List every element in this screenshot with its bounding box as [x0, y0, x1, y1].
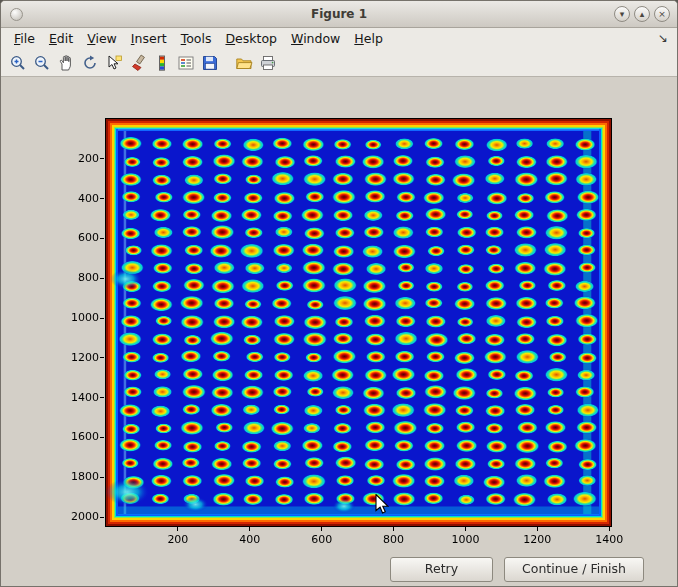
y-tick-label: 400 — [55, 192, 99, 205]
y-tick-label: 1200 — [55, 351, 99, 364]
y-tick-mark — [100, 278, 104, 279]
x-tick-mark — [321, 527, 322, 531]
y-tick-label: 600 — [55, 231, 99, 244]
y-tick-mark — [100, 357, 104, 358]
menu-item-tools[interactable]: Tools — [174, 29, 219, 48]
plate-image[interactable] — [106, 119, 611, 526]
save-icon — [201, 54, 219, 72]
window-title: Figure 1 — [1, 7, 677, 21]
data-cursor-button[interactable] — [102, 51, 125, 74]
insert-colorbar-button[interactable] — [150, 51, 173, 74]
x-tick-label: 1000 — [443, 533, 487, 546]
x-tick-label: 800 — [372, 533, 416, 546]
x-tick-mark — [537, 527, 538, 531]
printer-icon — [259, 54, 277, 72]
menu-item-insert[interactable]: Insert — [124, 29, 174, 48]
axes — [105, 118, 612, 527]
y-tick-label: 2000 — [55, 510, 99, 523]
menu-item-file[interactable]: File — [7, 29, 42, 48]
menu-item-desktop[interactable]: Desktop — [218, 29, 284, 48]
menu-item-help[interactable]: Help — [347, 29, 390, 48]
y-tick-mark — [100, 238, 104, 239]
zoom-out-icon — [33, 54, 51, 72]
y-tick-mark — [100, 158, 104, 159]
retry-button[interactable]: Retry — [390, 557, 493, 582]
zoom-in-icon — [9, 54, 27, 72]
rotate-3d-button[interactable] — [78, 51, 101, 74]
x-tick-mark — [393, 527, 394, 531]
y-tick-label: 1000 — [55, 311, 99, 324]
x-tick-label: 200 — [156, 533, 200, 546]
legend-icon — [177, 54, 195, 72]
x-tick-label: 1200 — [515, 533, 559, 546]
x-tick-label: 1400 — [587, 533, 631, 546]
zoom-out-button[interactable] — [30, 51, 53, 74]
pan-hand-icon — [57, 54, 75, 72]
open-file-button[interactable] — [232, 51, 255, 74]
x-tick-label: 600 — [300, 533, 344, 546]
menu-item-view[interactable]: View — [80, 29, 124, 48]
menu-item-window[interactable]: Window — [284, 29, 347, 48]
y-tick-mark — [100, 517, 104, 518]
x-tick-mark — [609, 527, 610, 531]
y-tick-mark — [100, 198, 104, 199]
x-tick-mark — [249, 527, 250, 531]
y-tick-mark — [100, 477, 104, 478]
y-tick-label: 1800 — [55, 470, 99, 483]
dock-figure-icon[interactable]: ↘ — [658, 31, 668, 45]
brush-icon — [129, 54, 147, 72]
y-tick-mark — [100, 397, 104, 398]
zoom-in-button[interactable] — [6, 51, 29, 74]
insert-legend-button[interactable] — [174, 51, 197, 74]
close-window-button[interactable]: × — [654, 6, 670, 22]
y-tick-label: 1400 — [55, 391, 99, 404]
title-bar: Figure 1 ▾ ▴ × — [1, 1, 677, 28]
y-tick-mark — [100, 437, 104, 438]
x-tick-mark — [177, 527, 178, 531]
y-tick-mark — [100, 318, 104, 319]
y-tick-label: 1600 — [55, 430, 99, 443]
print-figure-button[interactable] — [256, 51, 279, 74]
maximize-window-button[interactable]: ▴ — [634, 6, 650, 22]
figure-window: Figure 1 ▾ ▴ × ↘ FileEditViewInsertTools… — [0, 0, 678, 587]
x-tick-label: 400 — [228, 533, 272, 546]
x-tick-mark — [465, 527, 466, 531]
menu-bar: ↘ FileEditViewInsertToolsDesktopWindowHe… — [1, 28, 677, 49]
open-folder-icon — [235, 54, 253, 72]
y-tick-label: 800 — [55, 271, 99, 284]
toolbar — [1, 49, 677, 77]
data-cursor-icon — [105, 54, 123, 72]
figure-canvas-area: 2004006008001000120014002004006008001000… — [1, 77, 677, 586]
colorbar-icon — [153, 54, 171, 72]
shade-window-button[interactable]: ▾ — [614, 6, 630, 22]
pan-button[interactable] — [54, 51, 77, 74]
rotate-3d-icon — [81, 54, 99, 72]
y-tick-label: 200 — [55, 152, 99, 165]
menu-item-edit[interactable]: Edit — [42, 29, 80, 48]
save-figure-button[interactable] — [198, 51, 221, 74]
continue-finish-button[interactable]: Continue / Finish — [504, 557, 644, 582]
brush-button[interactable] — [126, 51, 149, 74]
